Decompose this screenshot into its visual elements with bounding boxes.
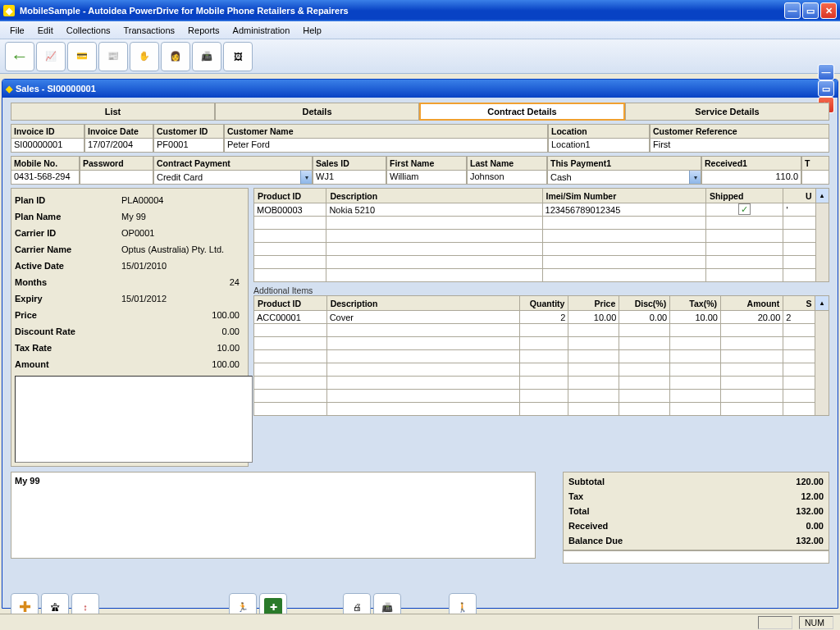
carrier-name-label: Carrier Name: [15, 244, 121, 254]
menu-help[interactable]: Help: [296, 23, 328, 38]
invoice-date-field[interactable]: 17/07/2004: [84, 138, 153, 153]
add-col-quantity[interactable]: Quantity: [519, 296, 568, 311]
scroll-up-icon[interactable]: ▴: [815, 189, 829, 203]
cell-shipped[interactable]: ✓: [705, 203, 783, 217]
menu-file[interactable]: File: [3, 23, 31, 38]
status-num: NUM: [799, 616, 833, 629]
total-value: 132.00: [796, 506, 824, 516]
password-field[interactable]: [80, 170, 153, 185]
subtotal-label: Subtotal: [568, 477, 796, 486]
sales-maximize-button[interactable]: ▭: [818, 80, 834, 97]
invoice-id-field[interactable]: SI00000001: [11, 138, 84, 153]
news-icon: 📰: [107, 51, 119, 62]
cell-description: Cover: [326, 311, 519, 324]
password-label: Password: [80, 156, 153, 170]
tax-rate-value: 10.00: [121, 343, 244, 353]
plan-note-area[interactable]: [15, 376, 253, 463]
months-label: Months: [15, 277, 121, 287]
table-row[interactable]: MOB00003 Nokia 5210 123456789012345 ✓ ': [254, 203, 829, 217]
first-name-label: First Name: [386, 156, 467, 170]
products-table[interactable]: Product ID Description Imei/Sim Number S…: [253, 188, 829, 282]
cust-ref-field[interactable]: First: [650, 138, 829, 153]
products-col-extra[interactable]: U: [783, 189, 815, 203]
menu-edit[interactable]: Edit: [31, 23, 60, 38]
add-col-price[interactable]: Price: [568, 296, 619, 311]
menu-collections[interactable]: Collections: [60, 23, 117, 38]
active-date-value: 15/01/2010: [121, 261, 244, 271]
photo-button[interactable]: 🖼: [223, 42, 253, 71]
discount-label: Discount Rate: [15, 326, 121, 336]
maximize-button[interactable]: ▭: [802, 2, 819, 19]
chart-button[interactable]: 📈: [36, 42, 66, 71]
exit-icon: 🚶: [457, 602, 468, 613]
plan-summary-box[interactable]: My 99: [11, 472, 536, 559]
add-col-disc[interactable]: Disc(%): [619, 296, 670, 311]
person-icon: 👩: [170, 51, 181, 62]
add-col-product-id[interactable]: Product ID: [254, 296, 327, 311]
mobile-field[interactable]: 0431-568-294: [11, 170, 80, 185]
products-col-description[interactable]: Description: [326, 189, 542, 203]
tax-label: Tax: [568, 491, 801, 501]
add-col-tax[interactable]: Tax(%): [670, 296, 721, 311]
minimize-button[interactable]: —: [784, 2, 801, 19]
add-col-amount[interactable]: Amount: [720, 296, 783, 311]
table-row[interactable]: ACC00001 Cover 2 10.00 0.00 10.00 20.00 …: [254, 311, 829, 324]
close-button[interactable]: ✕: [820, 2, 837, 19]
this-payment-value: Cash: [550, 172, 689, 182]
carrier-id-value: OP0001: [121, 228, 244, 238]
cell-product-id: ACC00001: [254, 311, 327, 324]
scrollbar[interactable]: ▾: [815, 311, 829, 416]
add-col-description[interactable]: Description: [326, 296, 519, 311]
tab-list[interactable]: List: [11, 103, 215, 121]
months-value: 24: [121, 277, 244, 287]
tab-service-details[interactable]: Service Details: [625, 103, 829, 121]
tab-contract-details[interactable]: Contract Details: [419, 103, 625, 121]
sales-id-field[interactable]: WJ1: [313, 170, 386, 185]
back-button[interactable]: ←: [5, 42, 34, 71]
sales-id-label: Sales ID: [313, 156, 386, 170]
additional-items-table[interactable]: Product ID Description Quantity Price Di…: [253, 295, 829, 416]
received-field[interactable]: 110.0: [701, 170, 801, 185]
calc-button[interactable]: 📠: [192, 42, 221, 71]
first-name-field[interactable]: William: [386, 170, 467, 185]
products-col-shipped[interactable]: Shipped: [705, 189, 783, 203]
contract-payment-field[interactable]: Credit Card▾: [153, 170, 313, 185]
news-button[interactable]: 📰: [98, 42, 128, 71]
last-name-label: Last Name: [467, 156, 547, 170]
hand-button[interactable]: ✋: [130, 42, 159, 71]
sales-minimize-button[interactable]: —: [818, 64, 834, 80]
menu-reports[interactable]: Reports: [181, 23, 226, 38]
run-icon: 🏃: [237, 602, 249, 613]
cell-extra: 2: [783, 311, 815, 324]
photo-icon: 🖼: [234, 52, 243, 62]
customer-name-field[interactable]: Peter Ford: [224, 138, 548, 153]
menu-transactions[interactable]: Transactions: [117, 23, 182, 38]
amount-value: 100.00: [121, 359, 244, 369]
menu-administration[interactable]: Administration: [226, 23, 297, 38]
products-col-product-id[interactable]: Product ID: [254, 189, 326, 203]
cell-extra: ': [783, 203, 815, 217]
balance-label: Balance Due: [568, 536, 796, 546]
tab-details[interactable]: Details: [215, 103, 419, 121]
cell-quantity: 2: [519, 311, 568, 324]
scroll-up-icon[interactable]: ▴: [815, 296, 829, 311]
customer-id-field[interactable]: PF0001: [153, 138, 224, 153]
person-button[interactable]: 👩: [161, 42, 190, 71]
last-name-field[interactable]: Johnson: [467, 170, 547, 185]
trailing-field[interactable]: [801, 170, 829, 185]
checkbox-checked-icon: ✓: [738, 203, 751, 215]
scrollbar[interactable]: [815, 203, 829, 282]
location-field[interactable]: Location1: [548, 138, 650, 153]
balance-value: 132.00: [796, 536, 824, 546]
menubar: File Edit Collections Transactions Repor…: [0, 21, 840, 39]
this-payment-field[interactable]: Cash▾: [547, 170, 701, 185]
plan-name-label: Plan Name: [15, 212, 121, 221]
add-col-extra[interactable]: S: [783, 296, 815, 311]
products-col-imei[interactable]: Imei/Sim Number: [542, 189, 705, 203]
card-icon: 💳: [76, 51, 88, 62]
card-button[interactable]: 💳: [67, 42, 97, 71]
totals-extra-field[interactable]: [563, 550, 829, 564]
back-arrow-icon: ←: [11, 46, 29, 67]
price-label: Price: [15, 310, 121, 320]
received-label: Received1: [701, 156, 801, 170]
